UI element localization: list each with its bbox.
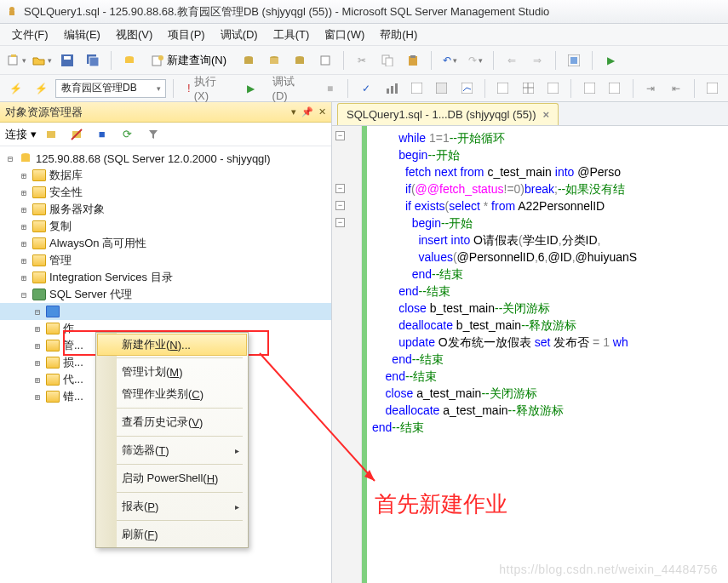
nav-back-button[interactable]: ⇐: [501, 49, 523, 71]
pane-dropdown-icon[interactable]: ▾: [291, 106, 296, 117]
cut-button[interactable]: ✂: [351, 49, 373, 71]
svg-rect-43: [21, 155, 30, 162]
redo-button[interactable]: ↷: [464, 49, 486, 71]
svg-rect-1: [9, 11, 14, 15]
undo-button[interactable]: ↶: [439, 49, 461, 71]
toolbar-btn-c[interactable]: [289, 49, 311, 71]
menu-item[interactable]: 调试(D): [214, 25, 265, 45]
connect-toolbar: 连接 ▾ ■ ⟳: [0, 123, 331, 146]
tree-node[interactable]: ⊞服务器对象: [0, 201, 331, 218]
folder-icon: [32, 237, 46, 249]
fold-icon[interactable]: −: [335, 131, 345, 140]
menubar: 文件(F)编辑(E)视图(V)项目(P)调试(D)工具(T)窗口(W)帮助(H): [0, 24, 728, 46]
tree-node[interactable]: ⊟SQL Server 代理: [0, 286, 331, 303]
open-button[interactable]: [31, 49, 53, 71]
specify-values-button[interactable]: [702, 77, 724, 100]
context-menu-item[interactable]: 管理计划(M): [98, 361, 246, 383]
results-file-button[interactable]: [542, 77, 565, 100]
include-plan-button[interactable]: [431, 77, 453, 100]
toolbar-btn-a[interactable]: [238, 49, 260, 71]
folder-icon: [32, 220, 46, 232]
menu-item[interactable]: 编辑(E): [57, 25, 107, 45]
menu-item[interactable]: 帮助(H): [373, 25, 424, 45]
debug-play-button[interactable]: ▶: [240, 77, 262, 100]
fold-icon[interactable]: −: [335, 184, 345, 193]
window-titlebar: SQLQuery1.sql - 125.90.88.68.教育园区管理DB (s…: [0, 0, 728, 24]
new-project-button[interactable]: [5, 49, 27, 71]
svg-rect-26: [391, 86, 393, 94]
comment-button[interactable]: [578, 77, 600, 100]
tree-node[interactable]: ⊞安全性: [0, 184, 331, 201]
connect-icon[interactable]: [40, 123, 62, 146]
connect-dropdown[interactable]: 连接 ▾: [5, 127, 37, 142]
context-menu-item[interactable]: 新建作业(N)...: [97, 334, 247, 356]
client-stats-button[interactable]: [456, 77, 478, 100]
change-connection-button[interactable]: ⚡: [31, 77, 53, 100]
context-menu-item[interactable]: 刷新(F): [98, 523, 246, 546]
fold-icon[interactable]: −: [335, 218, 345, 227]
find-button[interactable]: [563, 49, 585, 71]
tree-node[interactable]: ⊞Integration Services 目录: [0, 269, 331, 286]
menu-item[interactable]: 窗口(W): [318, 25, 371, 45]
svg-rect-39: [47, 131, 55, 138]
save-button[interactable]: [56, 49, 78, 71]
tree-node[interactable]: ⊟: [0, 303, 331, 320]
new-connection-button[interactable]: [118, 49, 140, 71]
stop-conn-icon[interactable]: ■: [91, 123, 113, 146]
context-menu-item[interactable]: 筛选器(T)▸: [98, 439, 246, 461]
menu-item[interactable]: 项目(P): [161, 25, 211, 45]
tree-node[interactable]: ⊞数据库: [0, 167, 331, 184]
tree-node[interactable]: ⊟125.90.88.68 (SQL Server 12.0.2000 - sh…: [0, 150, 331, 167]
run-button[interactable]: ▶: [599, 49, 622, 71]
menu-item[interactable]: 视图(V): [109, 25, 159, 45]
uncomment-button[interactable]: [604, 77, 626, 100]
menu-item[interactable]: 文件(F): [5, 25, 55, 45]
tree-node[interactable]: ⊞复制: [0, 218, 331, 235]
context-menu-item[interactable]: 查看历史记录(V): [98, 411, 246, 433]
outdent-button[interactable]: ⇤: [665, 77, 687, 100]
estimate-plan-button[interactable]: [381, 77, 403, 100]
context-menu-item[interactable]: 启动 PowerShell(H): [98, 467, 246, 489]
fold-icon[interactable]: −: [335, 201, 345, 210]
pane-pin-icon[interactable]: 📌: [301, 106, 313, 117]
folder-icon: [46, 374, 60, 386]
parse-button[interactable]: ✓: [355, 77, 377, 100]
folder-icon: [46, 340, 60, 352]
editor-tab[interactable]: SQLQuery1.sql - 1...DB (shjyyqgl (55)) ×: [337, 103, 559, 125]
results-text-button[interactable]: [492, 77, 514, 100]
new-query-button[interactable]: 新建查询(N): [144, 49, 234, 71]
nav-fwd-button[interactable]: ⇒: [526, 49, 548, 71]
svg-rect-3: [11, 54, 16, 57]
disconnect-icon[interactable]: [66, 123, 88, 146]
copy-button[interactable]: [376, 49, 398, 71]
toolbar-btn-b[interactable]: [263, 49, 285, 71]
folder-icon: [46, 357, 60, 369]
stop-button[interactable]: ■: [319, 77, 341, 100]
toolbar-btn-d[interactable]: [314, 49, 336, 71]
svg-rect-15: [270, 58, 278, 64]
query-options-button[interactable]: [405, 77, 427, 100]
paste-button[interactable]: [402, 49, 424, 71]
results-grid-button[interactable]: [517, 77, 539, 100]
filter-icon[interactable]: [142, 123, 164, 146]
connect-button[interactable]: ⚡: [5, 77, 27, 100]
svg-rect-37: [609, 83, 620, 94]
svg-rect-36: [584, 83, 595, 94]
annotation-text: 首先新建作业: [375, 489, 507, 519]
context-menu-item[interactable]: 报表(P)▸: [98, 495, 246, 517]
pane-close-icon[interactable]: ✕: [318, 106, 326, 117]
indent-button[interactable]: ⇥: [640, 77, 662, 100]
execute-button[interactable]: !执行(X): [181, 79, 237, 98]
tree-node[interactable]: ⊞AlwaysOn 高可用性: [0, 235, 331, 252]
debug-button[interactable]: 调试(D): [266, 79, 316, 98]
menu-item[interactable]: 工具(T): [267, 25, 317, 45]
context-menu[interactable]: 新建作业(N)...管理计划(M)管理作业类别(C)查看历史记录(V)筛选器(T…: [95, 332, 249, 548]
close-tab-icon[interactable]: ×: [543, 108, 550, 121]
tree-node[interactable]: ⊞管理: [0, 252, 331, 269]
save-all-button[interactable]: [82, 49, 104, 71]
folder-icon: [32, 186, 46, 198]
svg-rect-35: [547, 83, 559, 94]
refresh-icon[interactable]: ⟳: [117, 123, 139, 146]
context-menu-item[interactable]: 管理作业类别(C): [98, 383, 246, 405]
database-combo[interactable]: 教育园区管理DB: [55, 79, 166, 98]
